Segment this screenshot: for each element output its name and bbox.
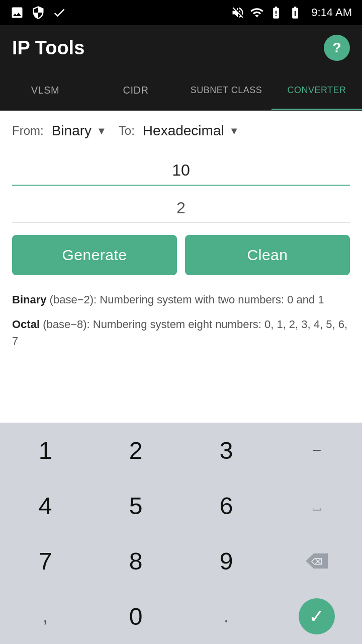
battery-level-icon	[288, 6, 302, 20]
help-button[interactable]: ?	[324, 35, 350, 61]
app-header: IP Tools ?	[0, 25, 362, 70]
input-group-primary	[12, 156, 350, 186]
key-4[interactable]: 4	[0, 478, 90, 533]
keyboard-row-2: 4 5 6 ⎵	[0, 478, 362, 533]
tab-converter[interactable]: CONVERTER	[272, 70, 362, 110]
to-dropdown[interactable]: Hexadecimal ▼	[143, 121, 239, 141]
battery-icon	[269, 6, 283, 20]
backspace-icon: ⌫	[306, 553, 328, 569]
to-label: To:	[119, 124, 135, 138]
photo-icon	[10, 6, 24, 20]
from-to-row: From: Binary ▼ To: Hexadecimal ▼	[12, 121, 350, 141]
check-icon	[52, 6, 66, 20]
tab-bar: VLSM CIDR SUBNET CLASS CONVERTER	[0, 70, 362, 111]
to-value: Hexadecimal	[143, 123, 224, 139]
tab-vlsm[interactable]: VLSM	[0, 70, 90, 110]
key-9[interactable]: 9	[181, 533, 272, 589]
main-content: From: Binary ▼ To: Hexadecimal ▼ Generat…	[0, 111, 362, 367]
shield-icon	[31, 6, 45, 20]
to-dropdown-arrow: ▼	[229, 125, 239, 137]
desc-binary-term: Binary	[12, 293, 46, 306]
desc-octal-detail: (base−8): Numbering system eight numbers…	[12, 318, 347, 347]
key-minus[interactable]: −	[272, 423, 362, 478]
app-title: IP Tools	[12, 37, 84, 59]
key-space[interactable]: ⎵	[272, 478, 362, 533]
tab-cidr[interactable]: CIDR	[90, 70, 181, 110]
checkmark-icon: ✓	[309, 605, 325, 627]
status-icons-right: 9:14 AM	[231, 6, 352, 20]
generate-button[interactable]: Generate	[12, 235, 177, 275]
key-5[interactable]: 5	[90, 478, 181, 533]
description-section: Binary (base−2): Numbering system with t…	[12, 291, 350, 367]
from-value: Binary	[52, 123, 92, 139]
tab-subnet-class[interactable]: SUBNET CLASS	[181, 70, 272, 110]
desc-octal-term: Octal	[12, 318, 40, 331]
clean-button[interactable]: Clean	[185, 235, 350, 275]
mute-icon	[231, 6, 245, 20]
keyboard-row-4: , 0 . ✓	[0, 589, 362, 644]
desc-binary-detail: (base−2): Numbering system with two numb…	[46, 293, 324, 306]
numeric-keyboard: 1 2 3 − 4 5 6 ⎵ 7 8 9 ⌫ , 0 . ✓	[0, 423, 362, 644]
from-label: From:	[12, 124, 44, 138]
input-field-primary[interactable]	[12, 156, 350, 186]
key-1[interactable]: 1	[0, 423, 90, 478]
key-7[interactable]: 7	[0, 533, 90, 589]
desc-octal: Octal (base−8): Numbering system eight n…	[12, 316, 350, 349]
enter-check-button[interactable]: ✓	[299, 598, 335, 634]
key-dot[interactable]: .	[181, 589, 272, 644]
status-time: 9:14 AM	[311, 6, 352, 19]
keyboard-row-1: 1 2 3 −	[0, 423, 362, 478]
key-0[interactable]: 0	[90, 589, 181, 644]
key-enter[interactable]: ✓	[272, 589, 362, 644]
svg-text:⌫: ⌫	[311, 557, 323, 566]
status-bar: 9:14 AM	[0, 0, 362, 25]
from-dropdown-arrow: ▼	[97, 125, 107, 137]
desc-binary: Binary (base−2): Numbering system with t…	[12, 291, 350, 308]
key-comma[interactable]: ,	[0, 589, 90, 644]
action-button-row: Generate Clean	[12, 235, 350, 275]
status-icons-left	[10, 6, 66, 20]
input-field-secondary[interactable]	[12, 194, 350, 223]
key-2[interactable]: 2	[90, 423, 181, 478]
wifi-icon	[250, 6, 264, 20]
key-3[interactable]: 3	[181, 423, 272, 478]
key-backspace[interactable]: ⌫	[272, 533, 362, 589]
key-6[interactable]: 6	[181, 478, 272, 533]
keyboard-row-3: 7 8 9 ⌫	[0, 533, 362, 589]
key-8[interactable]: 8	[90, 533, 181, 589]
from-dropdown[interactable]: Binary ▼	[52, 121, 107, 141]
input-group-secondary	[12, 194, 350, 223]
